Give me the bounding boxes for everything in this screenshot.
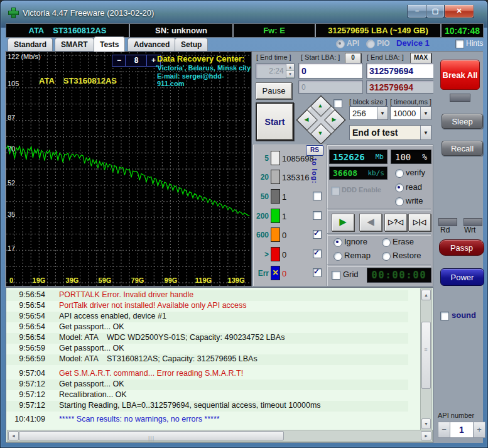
- hints-checkbox[interactable]: [455, 40, 464, 48]
- horizontal-scroll-thumb[interactable]: |||: [19, 431, 284, 440]
- start-lba-zero-button[interactable]: 0: [345, 53, 361, 63]
- elapsed-timer-value: 00:00:00: [371, 270, 426, 281]
- processed-mb-display: 152626 Mb: [329, 150, 388, 164]
- x-tick-119g: 119G: [195, 276, 212, 284]
- y-axis-top-label: 122 (Mb/s): [8, 53, 41, 60]
- tab-standard[interactable]: Standard: [8, 38, 53, 52]
- scroll-up-icon[interactable]: ▲: [421, 290, 431, 300]
- log-200-checkbox[interactable]: [313, 211, 322, 220]
- maximize-button[interactable]: ▢: [426, 5, 445, 18]
- timeout-select[interactable]: 10000 ▼: [390, 106, 431, 120]
- close-button[interactable]: ✕: [444, 5, 474, 18]
- log-vertical-scrollbar[interactable]: ▲ ≡ ▼: [420, 288, 432, 430]
- processed-mb-unit: Mb: [376, 153, 384, 161]
- step-back-button[interactable]: ◀: [359, 214, 382, 231]
- seek-end-button[interactable]: ▷|◁: [408, 214, 431, 231]
- vertical-scroll-thumb[interactable]: ≡: [421, 322, 431, 389]
- end-lba-max-button[interactable]: MAX: [410, 53, 431, 63]
- timeout-dropdown-icon[interactable]: ▼: [420, 107, 431, 119]
- block-size-select[interactable]: 256 ▼: [349, 106, 388, 120]
- percent-value: 100: [395, 152, 411, 162]
- passp-button[interactable]: Passp: [439, 239, 484, 256]
- verify-radio[interactable]: [395, 169, 404, 178]
- log-err-checkbox[interactable]: [313, 268, 322, 277]
- y-tick-35: 35: [8, 210, 15, 218]
- pause-button[interactable]: Pause: [256, 82, 292, 99]
- activity-indicator: [450, 94, 470, 102]
- break-all-button[interactable]: Break All: [440, 60, 480, 90]
- y-tick-70: 70: [8, 145, 15, 153]
- log-message: Starting Reading, LBA=0..312579694, sequ…: [59, 401, 321, 412]
- log-message: Get passport... OK: [59, 380, 124, 390]
- end-time-spinner[interactable]: 2:24 ▲▼: [256, 63, 295, 79]
- drive-firmware: Fw: E: [234, 24, 316, 37]
- tab-smart[interactable]: SMART: [55, 38, 94, 52]
- scroll-right-icon[interactable]: ►: [421, 431, 431, 440]
- end-action-select[interactable]: End of test ▼: [349, 125, 431, 140]
- timeout-label: [ timeout,ms ]: [390, 98, 431, 106]
- power-button[interactable]: Power: [440, 268, 484, 286]
- end-action-value: End of test: [350, 128, 420, 138]
- minimize-button[interactable]: –: [407, 5, 427, 18]
- verify-radio-label: verify: [406, 168, 425, 177]
- log-horizontal-scrollbar[interactable]: ◄ ||| ►: [7, 430, 433, 442]
- end-time-spin-arrows[interactable]: ▲▼: [286, 64, 294, 78]
- erase-radio[interactable]: [382, 238, 391, 247]
- legend-threshold-err: Err: [252, 269, 269, 278]
- legend-threshold-200: 200: [252, 212, 269, 221]
- watermark-title: Data Recovery Center:: [157, 54, 250, 63]
- log-time: 9:56:59: [6, 354, 45, 365]
- start-lba-label: [ Start LBA: ]: [301, 53, 340, 61]
- sleep-button[interactable]: Sleep: [442, 114, 483, 129]
- hints-checkbox-label: Hints: [466, 39, 483, 48]
- log-message: ***** Scan results: no warnings, no erro…: [59, 415, 220, 425]
- tab-setup[interactable]: Setup: [175, 38, 208, 52]
- tab-tests[interactable]: Tests: [94, 36, 125, 52]
- log-message: Get passport... OK: [59, 344, 124, 354]
- seek-option-checkbox[interactable]: [333, 99, 342, 108]
- log-600-checkbox[interactable]: [313, 230, 322, 239]
- write-radio[interactable]: [395, 197, 404, 206]
- speed-unit: kb/s: [368, 169, 385, 177]
- legend-count-5: 1085698: [282, 154, 314, 163]
- start-lba-input[interactable]: 0: [298, 63, 363, 79]
- legend-swatch-err: ✕: [271, 266, 280, 280]
- legend-threshold-5: 5: [252, 154, 269, 163]
- log-message: Model: ATA WDC WD2500YS-01S; Capacity: 4…: [59, 333, 285, 344]
- log-message: Model: ATA ST3160812AS; Capacity: 312579…: [59, 354, 258, 365]
- app-icon: [8, 8, 19, 18]
- log-area[interactable]: 9:56:54PORTTALK Error. Invalid driver ha…: [6, 287, 433, 443]
- api-number-minus-button[interactable]: −: [438, 422, 450, 438]
- ignore-radio[interactable]: [333, 238, 342, 247]
- grid-checkbox[interactable]: [332, 271, 340, 280]
- end-lba-input[interactable]: 312579694: [366, 63, 435, 79]
- scroll-down-icon[interactable]: ▼: [421, 418, 431, 429]
- seek-error-button[interactable]: ▷?◁: [384, 214, 407, 231]
- log-time: 10:41:09: [6, 415, 45, 425]
- remap-radio[interactable]: [333, 252, 342, 261]
- end-lba-label: [ End LBA: ]: [367, 53, 404, 61]
- log-over-checkbox[interactable]: [313, 249, 322, 258]
- start-button[interactable]: Start: [256, 102, 294, 141]
- restore-radio-label: Restore: [393, 251, 421, 260]
- recall-button[interactable]: Recall: [442, 141, 483, 156]
- read-radio[interactable]: [395, 183, 404, 192]
- ddd-enable-checkbox[interactable]: [331, 187, 340, 195]
- restore-radio[interactable]: [382, 252, 391, 261]
- sound-checkbox[interactable]: [440, 312, 449, 320]
- legend-swatch-20: [271, 170, 280, 184]
- end-action-dropdown-icon[interactable]: ▼: [420, 126, 431, 139]
- tab-advanced[interactable]: Advanced: [127, 38, 176, 52]
- watermark-email: E-mail: sergei@hdd-911.com: [157, 72, 251, 87]
- legend-count-50: 1: [282, 192, 286, 202]
- scroll-left-icon[interactable]: ◄: [8, 431, 19, 440]
- api-number-plus-button[interactable]: +: [473, 422, 485, 438]
- block-size-dropdown-icon[interactable]: ▼: [377, 107, 388, 119]
- log-50-checkbox[interactable]: [313, 192, 322, 200]
- legend-threshold-50: 50: [252, 192, 269, 201]
- graph-zoom-out-button[interactable]: −: [112, 55, 126, 67]
- log-row: 9:57:12Recallibration... OK: [6, 390, 408, 401]
- pio-radio[interactable]: [366, 40, 375, 48]
- play-button[interactable]: ▶: [332, 214, 354, 231]
- api-radio[interactable]: [336, 40, 345, 48]
